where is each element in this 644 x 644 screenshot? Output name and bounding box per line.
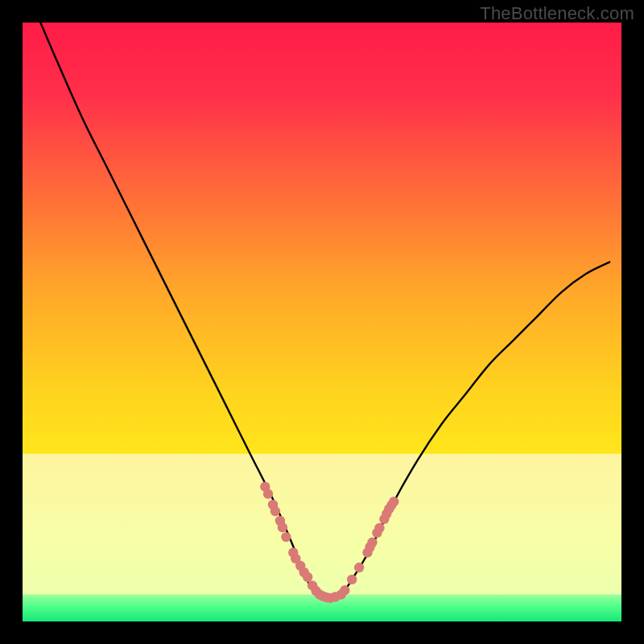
chart-stage: TheBottleneck.com [0,0,644,644]
marker-region [250,466,406,610]
watermark-label: TheBottleneck.com [480,3,634,24]
bottleneck-chart [0,0,644,644]
plot-area [0,0,644,644]
